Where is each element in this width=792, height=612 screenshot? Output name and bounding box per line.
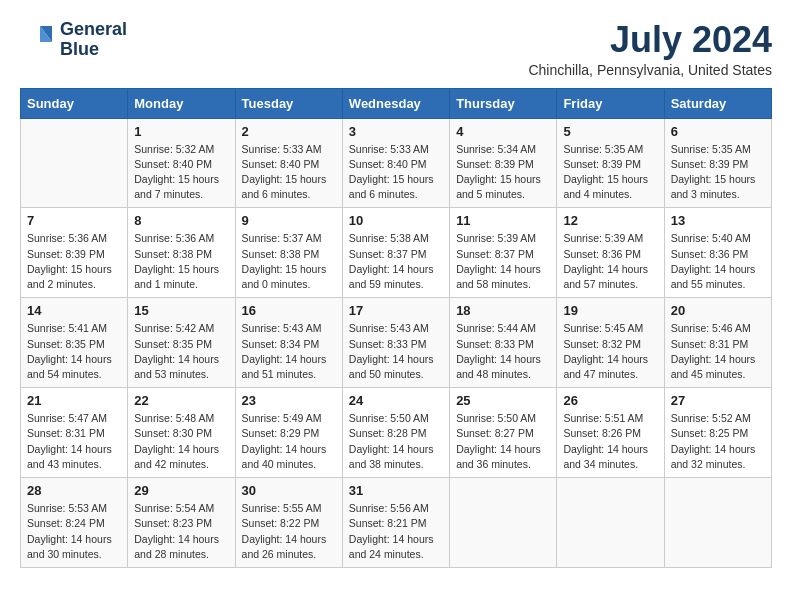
month-title: July 2024	[528, 20, 772, 60]
header-tuesday: Tuesday	[235, 88, 342, 118]
header-sunday: Sunday	[21, 88, 128, 118]
calendar-day: 19Sunrise: 5:45 AM Sunset: 8:32 PM Dayli…	[557, 298, 664, 388]
day-number: 22	[134, 393, 228, 408]
calendar-day	[21, 118, 128, 208]
calendar-day: 1Sunrise: 5:32 AM Sunset: 8:40 PM Daylig…	[128, 118, 235, 208]
calendar-day: 3Sunrise: 5:33 AM Sunset: 8:40 PM Daylig…	[342, 118, 449, 208]
logo: General Blue	[20, 20, 127, 60]
day-number: 14	[27, 303, 121, 318]
day-info: Sunrise: 5:35 AM Sunset: 8:39 PM Dayligh…	[563, 142, 657, 203]
day-info: Sunrise: 5:45 AM Sunset: 8:32 PM Dayligh…	[563, 321, 657, 382]
calendar-day: 25Sunrise: 5:50 AM Sunset: 8:27 PM Dayli…	[450, 388, 557, 478]
day-number: 9	[242, 213, 336, 228]
logo-text: General Blue	[60, 20, 127, 60]
day-info: Sunrise: 5:42 AM Sunset: 8:35 PM Dayligh…	[134, 321, 228, 382]
day-number: 23	[242, 393, 336, 408]
location: Chinchilla, Pennsylvania, United States	[528, 62, 772, 78]
day-number: 6	[671, 124, 765, 139]
day-info: Sunrise: 5:52 AM Sunset: 8:25 PM Dayligh…	[671, 411, 765, 472]
calendar-day: 16Sunrise: 5:43 AM Sunset: 8:34 PM Dayli…	[235, 298, 342, 388]
day-number: 15	[134, 303, 228, 318]
day-info: Sunrise: 5:41 AM Sunset: 8:35 PM Dayligh…	[27, 321, 121, 382]
calendar-day: 27Sunrise: 5:52 AM Sunset: 8:25 PM Dayli…	[664, 388, 771, 478]
day-info: Sunrise: 5:47 AM Sunset: 8:31 PM Dayligh…	[27, 411, 121, 472]
day-number: 18	[456, 303, 550, 318]
day-info: Sunrise: 5:49 AM Sunset: 8:29 PM Dayligh…	[242, 411, 336, 472]
calendar-day: 22Sunrise: 5:48 AM Sunset: 8:30 PM Dayli…	[128, 388, 235, 478]
day-info: Sunrise: 5:53 AM Sunset: 8:24 PM Dayligh…	[27, 501, 121, 562]
title-block: July 2024 Chinchilla, Pennsylvania, Unit…	[528, 20, 772, 78]
day-number: 7	[27, 213, 121, 228]
header-saturday: Saturday	[664, 88, 771, 118]
day-number: 11	[456, 213, 550, 228]
day-info: Sunrise: 5:39 AM Sunset: 8:37 PM Dayligh…	[456, 231, 550, 292]
day-info: Sunrise: 5:34 AM Sunset: 8:39 PM Dayligh…	[456, 142, 550, 203]
calendar-day: 7Sunrise: 5:36 AM Sunset: 8:39 PM Daylig…	[21, 208, 128, 298]
header-wednesday: Wednesday	[342, 88, 449, 118]
calendar-week-2: 7Sunrise: 5:36 AM Sunset: 8:39 PM Daylig…	[21, 208, 772, 298]
calendar-day: 30Sunrise: 5:55 AM Sunset: 8:22 PM Dayli…	[235, 478, 342, 568]
day-info: Sunrise: 5:43 AM Sunset: 8:33 PM Dayligh…	[349, 321, 443, 382]
day-number: 28	[27, 483, 121, 498]
day-info: Sunrise: 5:37 AM Sunset: 8:38 PM Dayligh…	[242, 231, 336, 292]
calendar-day: 18Sunrise: 5:44 AM Sunset: 8:33 PM Dayli…	[450, 298, 557, 388]
day-number: 3	[349, 124, 443, 139]
day-number: 1	[134, 124, 228, 139]
calendar-day: 12Sunrise: 5:39 AM Sunset: 8:36 PM Dayli…	[557, 208, 664, 298]
day-number: 24	[349, 393, 443, 408]
calendar-day: 26Sunrise: 5:51 AM Sunset: 8:26 PM Dayli…	[557, 388, 664, 478]
day-info: Sunrise: 5:36 AM Sunset: 8:38 PM Dayligh…	[134, 231, 228, 292]
day-info: Sunrise: 5:39 AM Sunset: 8:36 PM Dayligh…	[563, 231, 657, 292]
calendar-day: 24Sunrise: 5:50 AM Sunset: 8:28 PM Dayli…	[342, 388, 449, 478]
day-number: 8	[134, 213, 228, 228]
calendar-day: 8Sunrise: 5:36 AM Sunset: 8:38 PM Daylig…	[128, 208, 235, 298]
day-info: Sunrise: 5:54 AM Sunset: 8:23 PM Dayligh…	[134, 501, 228, 562]
day-number: 21	[27, 393, 121, 408]
day-info: Sunrise: 5:48 AM Sunset: 8:30 PM Dayligh…	[134, 411, 228, 472]
calendar-day: 28Sunrise: 5:53 AM Sunset: 8:24 PM Dayli…	[21, 478, 128, 568]
calendar-day: 15Sunrise: 5:42 AM Sunset: 8:35 PM Dayli…	[128, 298, 235, 388]
calendar-week-3: 14Sunrise: 5:41 AM Sunset: 8:35 PM Dayli…	[21, 298, 772, 388]
calendar-day: 29Sunrise: 5:54 AM Sunset: 8:23 PM Dayli…	[128, 478, 235, 568]
calendar-day: 2Sunrise: 5:33 AM Sunset: 8:40 PM Daylig…	[235, 118, 342, 208]
calendar-day: 20Sunrise: 5:46 AM Sunset: 8:31 PM Dayli…	[664, 298, 771, 388]
day-info: Sunrise: 5:55 AM Sunset: 8:22 PM Dayligh…	[242, 501, 336, 562]
day-number: 13	[671, 213, 765, 228]
calendar-day: 31Sunrise: 5:56 AM Sunset: 8:21 PM Dayli…	[342, 478, 449, 568]
calendar-day: 9Sunrise: 5:37 AM Sunset: 8:38 PM Daylig…	[235, 208, 342, 298]
calendar-day: 14Sunrise: 5:41 AM Sunset: 8:35 PM Dayli…	[21, 298, 128, 388]
calendar-day: 13Sunrise: 5:40 AM Sunset: 8:36 PM Dayli…	[664, 208, 771, 298]
day-info: Sunrise: 5:33 AM Sunset: 8:40 PM Dayligh…	[242, 142, 336, 203]
calendar-day	[450, 478, 557, 568]
page-header: General Blue July 2024 Chinchilla, Penns…	[20, 20, 772, 78]
calendar-day: 21Sunrise: 5:47 AM Sunset: 8:31 PM Dayli…	[21, 388, 128, 478]
calendar-day: 4Sunrise: 5:34 AM Sunset: 8:39 PM Daylig…	[450, 118, 557, 208]
calendar-day: 11Sunrise: 5:39 AM Sunset: 8:37 PM Dayli…	[450, 208, 557, 298]
day-info: Sunrise: 5:44 AM Sunset: 8:33 PM Dayligh…	[456, 321, 550, 382]
calendar-week-5: 28Sunrise: 5:53 AM Sunset: 8:24 PM Dayli…	[21, 478, 772, 568]
calendar-day: 23Sunrise: 5:49 AM Sunset: 8:29 PM Dayli…	[235, 388, 342, 478]
header-thursday: Thursday	[450, 88, 557, 118]
day-number: 26	[563, 393, 657, 408]
day-number: 16	[242, 303, 336, 318]
day-number: 29	[134, 483, 228, 498]
day-info: Sunrise: 5:32 AM Sunset: 8:40 PM Dayligh…	[134, 142, 228, 203]
day-info: Sunrise: 5:50 AM Sunset: 8:27 PM Dayligh…	[456, 411, 550, 472]
day-info: Sunrise: 5:36 AM Sunset: 8:39 PM Dayligh…	[27, 231, 121, 292]
day-number: 19	[563, 303, 657, 318]
day-info: Sunrise: 5:38 AM Sunset: 8:37 PM Dayligh…	[349, 231, 443, 292]
day-number: 10	[349, 213, 443, 228]
day-info: Sunrise: 5:46 AM Sunset: 8:31 PM Dayligh…	[671, 321, 765, 382]
calendar-day: 6Sunrise: 5:35 AM Sunset: 8:39 PM Daylig…	[664, 118, 771, 208]
day-number: 31	[349, 483, 443, 498]
day-number: 2	[242, 124, 336, 139]
logo-icon	[20, 22, 56, 58]
day-info: Sunrise: 5:50 AM Sunset: 8:28 PM Dayligh…	[349, 411, 443, 472]
day-number: 25	[456, 393, 550, 408]
day-info: Sunrise: 5:51 AM Sunset: 8:26 PM Dayligh…	[563, 411, 657, 472]
day-info: Sunrise: 5:56 AM Sunset: 8:21 PM Dayligh…	[349, 501, 443, 562]
day-number: 30	[242, 483, 336, 498]
day-number: 27	[671, 393, 765, 408]
calendar-day: 10Sunrise: 5:38 AM Sunset: 8:37 PM Dayli…	[342, 208, 449, 298]
calendar-week-1: 1Sunrise: 5:32 AM Sunset: 8:40 PM Daylig…	[21, 118, 772, 208]
